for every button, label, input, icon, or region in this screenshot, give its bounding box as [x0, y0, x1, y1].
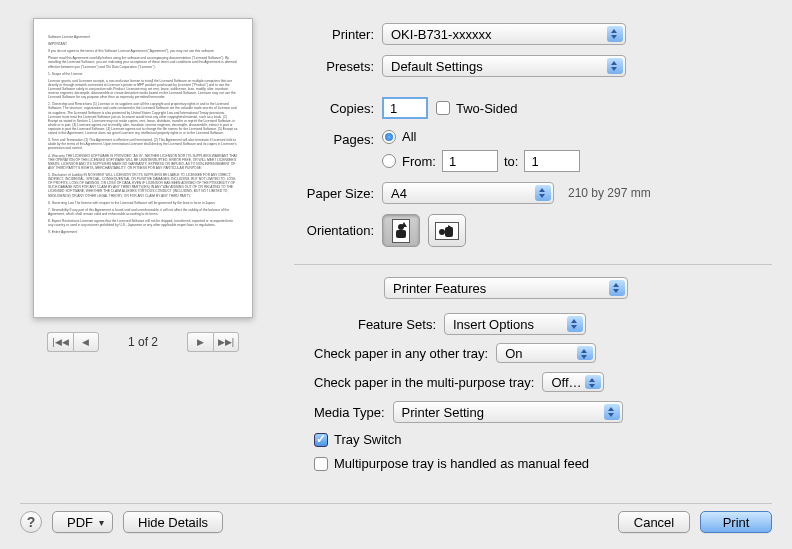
paper-dimensions: 210 by 297 mm — [568, 186, 651, 200]
pages-all-label: All — [402, 129, 416, 144]
paper-size-label: Paper Size: — [294, 186, 382, 201]
pager-fwd-group: ▶ ▶▶| — [187, 332, 239, 352]
print-dialog: Software License AgreementIMPORTANTIf yo… — [0, 0, 792, 549]
pdf-menu-button[interactable]: PDF — [52, 511, 113, 533]
orientation-landscape-button[interactable] — [428, 214, 466, 247]
media-type-label: Media Type: — [314, 405, 385, 420]
orientation-portrait-button[interactable] — [382, 214, 420, 247]
printer-select-value: OKI-B731-xxxxxx — [391, 27, 491, 42]
pages-all-option[interactable]: All — [382, 129, 416, 144]
cancel-label: Cancel — [634, 515, 674, 530]
print-label: Print — [723, 515, 750, 530]
first-page-button[interactable]: |◀◀ — [47, 332, 73, 352]
divider-1 — [294, 264, 772, 265]
pages-row: Pages: All From: to: — [294, 129, 772, 172]
mp-manual-label: Multipurpose tray is handled as manual f… — [334, 456, 589, 471]
check-any-tray-row: Check paper in any other tray: On — [314, 343, 772, 363]
landscape-icon — [435, 222, 459, 240]
printer-select[interactable]: OKI-B731-xxxxxx — [382, 23, 626, 45]
presets-select[interactable]: Default Settings — [382, 55, 626, 77]
tray-switch-label: Tray Switch — [334, 432, 401, 447]
feature-sets-select[interactable]: Insert Options — [444, 313, 586, 335]
check-any-tray-value: On — [505, 346, 522, 361]
tray-switch-checkbox[interactable] — [314, 433, 328, 447]
section-select-value: Printer Features — [393, 281, 486, 296]
pdf-button-label: PDF — [67, 515, 93, 530]
pages-from-radio[interactable] — [382, 154, 396, 168]
prev-page-button[interactable]: ◀ — [73, 332, 99, 352]
printer-row: Printer: OKI-B731-xxxxxx — [294, 23, 772, 45]
print-button[interactable]: Print — [700, 511, 772, 533]
hide-details-button[interactable]: Hide Details — [123, 511, 223, 533]
presets-select-value: Default Settings — [391, 59, 483, 74]
feature-options: Check paper in any other tray: On Check … — [294, 339, 772, 471]
pages-from-label: From: — [402, 154, 436, 169]
two-sided-label: Two-Sided — [456, 101, 517, 116]
pager-row: |◀◀ ◀ 1 of 2 ▶ ▶▶| — [20, 332, 266, 352]
pages-all-radio[interactable] — [382, 130, 396, 144]
mp-manual-option[interactable]: Multipurpose tray is handled as manual f… — [314, 456, 589, 471]
presets-label: Presets: — [294, 59, 382, 74]
page-indicator: 1 of 2 — [128, 335, 158, 349]
media-type-value: Printer Setting — [402, 405, 484, 420]
printer-label: Printer: — [294, 27, 382, 42]
media-type-select[interactable]: Printer Setting — [393, 401, 623, 423]
preview-page: Software License AgreementIMPORTANTIf yo… — [33, 18, 253, 318]
check-mp-tray-select[interactable]: Off… — [542, 372, 604, 392]
pages-from-input[interactable] — [442, 150, 498, 172]
preview-column: Software License AgreementIMPORTANTIf yo… — [20, 18, 266, 471]
check-any-tray-label: Check paper in any other tray: — [314, 346, 488, 361]
pages-label: Pages: — [294, 129, 382, 147]
copies-label: Copies: — [294, 101, 382, 116]
copies-input[interactable] — [382, 97, 428, 119]
bottom-bar: ? PDF Hide Details Cancel Print — [20, 511, 772, 533]
check-mp-tray-label: Check paper in the multi-purpose tray: — [314, 375, 534, 390]
cancel-button[interactable]: Cancel — [618, 511, 690, 533]
last-page-button[interactable]: ▶▶| — [213, 332, 239, 352]
paper-size-row: Paper Size: A4 210 by 297 mm — [294, 182, 772, 204]
copies-row: Copies: Two-Sided — [294, 97, 772, 119]
two-sided-wrap[interactable]: Two-Sided — [436, 101, 517, 116]
help-button[interactable]: ? — [20, 511, 42, 533]
pages-to-input[interactable] — [524, 150, 580, 172]
feature-sets-row: Feature Sets: Insert Options — [294, 313, 772, 335]
mp-manual-checkbox[interactable] — [314, 457, 328, 471]
upper-panel: Software License AgreementIMPORTANTIf yo… — [20, 18, 772, 471]
section-select[interactable]: Printer Features — [384, 277, 628, 299]
mp-manual-row: Multipurpose tray is handled as manual f… — [314, 456, 772, 471]
two-sided-checkbox[interactable] — [436, 101, 450, 115]
presets-row: Presets: Default Settings — [294, 55, 772, 77]
settings-column: Printer: OKI-B731-xxxxxx Presets: Defaul… — [294, 18, 772, 471]
divider-bottom — [20, 503, 772, 504]
hide-details-label: Hide Details — [138, 515, 208, 530]
check-mp-tray-row: Check paper in the multi-purpose tray: O… — [314, 372, 772, 392]
pager-back-group: |◀◀ ◀ — [47, 332, 99, 352]
tray-switch-row: Tray Switch — [314, 432, 772, 447]
check-mp-tray-value: Off… — [551, 375, 581, 390]
paper-size-value: A4 — [391, 186, 407, 201]
paper-size-select[interactable]: A4 — [382, 182, 554, 204]
tray-switch-option[interactable]: Tray Switch — [314, 432, 401, 447]
media-type-row: Media Type: Printer Setting — [314, 401, 772, 423]
portrait-icon — [392, 219, 410, 243]
feature-sets-value: Insert Options — [453, 317, 534, 332]
orientation-label: Orientation: — [294, 223, 382, 238]
section-dropdown-row: Printer Features — [384, 277, 772, 299]
orientation-row: Orientation: — [294, 214, 772, 247]
check-any-tray-select[interactable]: On — [496, 343, 596, 363]
feature-sets-label: Feature Sets: — [294, 317, 444, 332]
pages-to-label: to: — [504, 154, 518, 169]
next-page-button[interactable]: ▶ — [187, 332, 213, 352]
pages-range-option[interactable]: From: to: — [382, 150, 580, 172]
